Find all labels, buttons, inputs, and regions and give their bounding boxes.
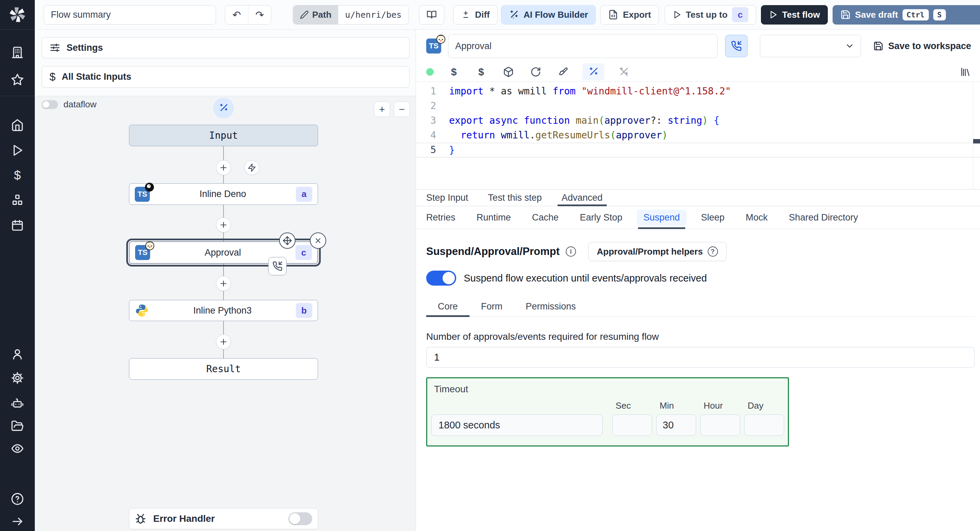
advanced-tab-retries[interactable]: Retries bbox=[426, 206, 455, 229]
timeout-hour-input[interactable] bbox=[700, 414, 740, 436]
tab-test-this-step[interactable]: Test this step bbox=[488, 190, 542, 206]
suspend-approval-badge[interactable] bbox=[268, 257, 286, 276]
dollar-icon: $ bbox=[451, 66, 457, 78]
error-handler-row[interactable]: Error Handler bbox=[129, 508, 318, 529]
sidebar-item-runs[interactable] bbox=[0, 138, 35, 162]
approval-prompt-helpers-button[interactable]: Approval/Prompt helpers ? bbox=[588, 242, 727, 261]
code-line[interactable]: } bbox=[416, 143, 980, 157]
sliders-icon bbox=[49, 42, 60, 53]
graph-node-result[interactable]: Result bbox=[129, 358, 318, 380]
undo-button[interactable]: ↶ bbox=[225, 5, 248, 24]
script-version-select[interactable] bbox=[760, 35, 861, 57]
suspend-toggle[interactable] bbox=[426, 271, 456, 285]
timeout-sec-input[interactable] bbox=[612, 414, 652, 436]
graph-ai-button[interactable] bbox=[213, 98, 234, 118]
sidebar-item-help[interactable] bbox=[0, 487, 35, 511]
advanced-tab-early-stop[interactable]: Early Stop bbox=[580, 206, 622, 229]
sidebar-item-workspace[interactable] bbox=[0, 40, 35, 64]
format-code-button[interactable] bbox=[555, 63, 571, 81]
advanced-tab-sleep[interactable]: Sleep bbox=[701, 206, 724, 229]
sidebar-item-workers[interactable] bbox=[0, 391, 35, 415]
docs-button[interactable] bbox=[419, 5, 444, 25]
timeout-unit-label: Min bbox=[660, 401, 696, 411]
approvals-count-input[interactable] bbox=[426, 347, 975, 368]
variable-picker-button[interactable]: $ bbox=[446, 63, 462, 81]
sidebar-item-home[interactable] bbox=[0, 113, 35, 137]
paintbrush-icon bbox=[558, 67, 568, 78]
dependencies-button[interactable] bbox=[501, 63, 516, 81]
test-flow-button[interactable]: Test flow bbox=[761, 5, 828, 25]
move-step-handle[interactable] bbox=[279, 233, 296, 249]
zoom-in-button[interactable]: + bbox=[374, 101, 390, 117]
reset-code-button[interactable] bbox=[528, 63, 544, 81]
tab-step-input[interactable]: Step Input bbox=[426, 190, 468, 206]
code-line[interactable]: export async function main(approver?: st… bbox=[416, 114, 980, 128]
play-outline-icon bbox=[673, 10, 681, 19]
step-name-input[interactable] bbox=[448, 34, 718, 58]
code-line[interactable]: import * as wmill from "windmill-client@… bbox=[416, 84, 980, 99]
advanced-tab-cache[interactable]: Cache bbox=[532, 206, 558, 229]
sidebar-item-audit-logs[interactable] bbox=[0, 437, 35, 460]
minus-icon: − bbox=[399, 104, 405, 115]
sidebar-item-expand[interactable] bbox=[0, 510, 35, 531]
graph-node-inline-python3[interactable]: Inline Python3 b bbox=[129, 300, 318, 321]
add-step-button[interactable] bbox=[216, 217, 231, 233]
ai-flow-builder-button[interactable]: AI Flow Builder bbox=[501, 5, 596, 25]
approval-prompt-helpers-label: Approval/Prompt helpers bbox=[597, 246, 703, 257]
suspend-step-indicator-button[interactable] bbox=[725, 35, 748, 57]
advanced-tab-suspend[interactable]: Suspend bbox=[644, 206, 680, 229]
timeout-min-input[interactable] bbox=[656, 414, 696, 436]
code-editor[interactable]: 12345 import * as wmill from "windmill-c… bbox=[416, 82, 980, 190]
graph-node-input[interactable]: Input bbox=[129, 125, 318, 146]
timeout-seconds-input[interactable] bbox=[431, 414, 603, 436]
sidebar-item-schedules[interactable] bbox=[0, 213, 35, 237]
path-button[interactable]: Path u/henri/bes bbox=[293, 5, 409, 25]
advanced-tab-runtime[interactable]: Runtime bbox=[477, 206, 511, 229]
sidebar-item-settings[interactable] bbox=[0, 366, 35, 390]
dataflow-toggle[interactable] bbox=[41, 100, 58, 109]
advanced-tab-mock[interactable]: Mock bbox=[746, 206, 768, 229]
all-static-inputs-button[interactable]: $ All Static Inputs bbox=[41, 66, 409, 87]
flow-summary-input[interactable] bbox=[44, 5, 216, 25]
sidebar-item-users[interactable] bbox=[0, 342, 35, 366]
sidebar-item-favorites[interactable] bbox=[0, 68, 35, 92]
ai-gen-disabled-button[interactable] bbox=[616, 63, 632, 81]
rotate-cw-icon bbox=[530, 67, 541, 78]
suspend-tab-form[interactable]: Form bbox=[469, 296, 514, 317]
suspend-tab-permissions[interactable]: Permissions bbox=[514, 296, 588, 317]
redo-button[interactable]: ↷ bbox=[248, 5, 271, 24]
graph-node-inline-deno[interactable]: TS Inline Deno a bbox=[129, 183, 318, 205]
code-line[interactable] bbox=[416, 99, 980, 114]
star-icon bbox=[11, 73, 24, 86]
sidebar-item-variables[interactable]: $ bbox=[0, 163, 35, 187]
home-icon bbox=[11, 119, 24, 132]
resource-picker-button[interactable]: $ bbox=[473, 63, 489, 81]
diff-label: Diff bbox=[475, 10, 490, 20]
code-line[interactable]: return wmill.getResumeUrls(approver) bbox=[416, 128, 980, 143]
save-draft-button[interactable]: Save draft Ctrl S bbox=[833, 5, 980, 25]
export-button[interactable]: Export bbox=[600, 5, 659, 25]
test-up-to-button[interactable]: Test up to c bbox=[665, 5, 756, 25]
library-button[interactable] bbox=[958, 63, 973, 81]
add-step-button[interactable] bbox=[216, 334, 231, 349]
ai-assistant-button[interactable] bbox=[582, 63, 604, 81]
windmill-logo[interactable] bbox=[0, 0, 35, 30]
info-icon[interactable]: i bbox=[566, 246, 576, 257]
sidebar-item-folders[interactable] bbox=[0, 414, 35, 438]
flow-settings-button[interactable]: Settings bbox=[41, 37, 409, 58]
timeout-unit-label: Sec bbox=[616, 401, 652, 411]
save-to-workspace-button[interactable]: Save to workspace bbox=[873, 41, 971, 51]
timeout-day-input[interactable] bbox=[744, 414, 784, 436]
tab-advanced[interactable]: Advanced bbox=[562, 190, 603, 206]
delete-step-button[interactable] bbox=[310, 233, 326, 249]
add-trigger-button[interactable] bbox=[244, 160, 259, 175]
add-step-button[interactable] bbox=[216, 160, 231, 175]
add-step-button[interactable] bbox=[216, 276, 231, 291]
sidebar-item-resources[interactable] bbox=[0, 188, 35, 212]
suspend-tab-core[interactable]: Core bbox=[426, 296, 469, 317]
diff-button[interactable]: Diff bbox=[453, 5, 498, 25]
error-handler-toggle[interactable] bbox=[288, 512, 312, 525]
zoom-out-button[interactable]: − bbox=[394, 101, 410, 117]
advanced-tab-shared-directory[interactable]: Shared Directory bbox=[789, 206, 858, 229]
export-label: Export bbox=[623, 10, 651, 20]
